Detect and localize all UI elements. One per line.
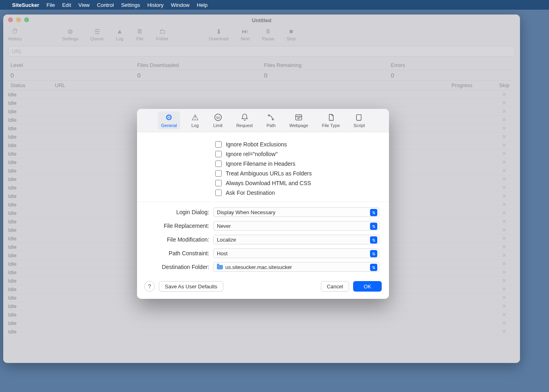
tab-general[interactable]: ⚙General — [158, 111, 180, 129]
dialog-footer: ? Save As User Defaults Cancel OK — [137, 275, 389, 299]
check-ignore-nofollow-label: Ignore rel="nofollow" — [226, 151, 278, 157]
limit-icon: 50 — [214, 113, 223, 122]
menu-control[interactable]: Control — [97, 2, 114, 8]
check-ignore-robot[interactable] — [215, 141, 222, 148]
file-replacement-select[interactable]: Never⇅ — [213, 221, 379, 231]
menu-edit[interactable]: Edit — [62, 2, 71, 8]
path-constraint-value: Host — [217, 250, 228, 256]
tab-log[interactable]: ⚠Log — [187, 111, 203, 129]
script-icon — [355, 113, 364, 122]
check-treat-ambiguous[interactable] — [215, 170, 222, 177]
tab-script-label: Script — [354, 123, 365, 128]
save-defaults-button[interactable]: Save As User Defaults — [159, 281, 223, 292]
svg-rect-4 — [296, 115, 302, 120]
cancel-button[interactable]: Cancel — [321, 281, 349, 292]
check-ignore-filename-label: Ignore Filename in Headers — [226, 161, 295, 167]
chevron-updown-icon: ⇅ — [370, 209, 377, 216]
check-ignore-nofollow[interactable] — [215, 151, 222, 157]
check-ignore-filename[interactable] — [215, 161, 222, 167]
menubar: SiteSucker File Edit View Control Settin… — [0, 0, 549, 10]
ok-button[interactable]: OK — [353, 281, 382, 292]
app-menu[interactable]: SiteSucker — [12, 2, 39, 8]
destination-folder-select[interactable]: us.sitesucker.mac.sitesucker⇅ — [213, 262, 379, 272]
login-dialog-label: Login Dialog: — [147, 209, 209, 215]
chevron-updown-icon: ⇅ — [370, 236, 377, 244]
tab-log-label: Log — [191, 123, 199, 128]
check-ask-destination[interactable] — [215, 190, 222, 196]
menu-file[interactable]: File — [46, 2, 55, 8]
tab-request-label: Request — [236, 123, 253, 128]
file-modification-select[interactable]: Localize⇅ — [213, 235, 379, 244]
tab-file-type-label: File Type — [322, 123, 340, 128]
tab-general-label: General — [161, 123, 177, 128]
gear-icon: ⚙ — [164, 113, 173, 122]
tab-webpage[interactable]: Webpage — [286, 111, 312, 129]
check-always-download-label: Always Download HTML and CSS — [226, 180, 311, 186]
dialog-tabs: ⚙General ⚠Log 50Limit Request Path Webpa… — [137, 109, 389, 132]
menu-view[interactable]: View — [79, 2, 90, 8]
tab-webpage-label: Webpage — [289, 123, 308, 128]
svg-point-2 — [268, 115, 270, 116]
warning-icon: ⚠ — [191, 113, 200, 122]
check-ignore-robot-label: Ignore Robot Exclusions — [226, 141, 287, 148]
login-dialog-value: Display When Necessary — [217, 209, 275, 215]
path-icon — [266, 113, 275, 122]
tab-limit-label: Limit — [213, 123, 223, 128]
menu-settings[interactable]: Settings — [121, 2, 140, 8]
settings-dialog: ⚙General ⚠Log 50Limit Request Path Webpa… — [137, 109, 389, 299]
menu-help[interactable]: Help — [197, 2, 208, 8]
check-treat-ambiguous-label: Treat Ambiguous URLs as Folders — [226, 170, 312, 177]
chevron-updown-icon: ⇅ — [370, 250, 377, 257]
svg-text:50: 50 — [216, 116, 220, 120]
help-button[interactable]: ? — [144, 281, 155, 292]
menu-history[interactable]: History — [147, 2, 163, 8]
path-constraint-label: Path Constraint: — [147, 250, 209, 256]
dialog-body: Ignore Robot Exclusions Ignore rel="nofo… — [137, 132, 389, 275]
file-replacement-label: File Replacement: — [147, 223, 209, 229]
chevron-updown-icon: ⇅ — [370, 223, 377, 230]
svg-point-3 — [272, 119, 274, 120]
tab-path-label: Path — [266, 123, 276, 128]
menu-window[interactable]: Window — [171, 2, 189, 8]
chevron-updown-icon: ⇅ — [370, 264, 377, 271]
destination-folder-value: us.sitesucker.mac.sitesucker — [225, 264, 292, 270]
destination-folder-label: Destination Folder: — [147, 264, 209, 270]
folder-icon — [217, 265, 223, 269]
file-replacement-value: Never — [217, 223, 231, 229]
bell-icon — [240, 113, 249, 122]
file-modification-label: File Modification: — [147, 236, 209, 243]
tab-script[interactable]: Script — [350, 111, 368, 129]
tab-limit[interactable]: 50Limit — [210, 111, 226, 129]
login-dialog-select[interactable]: Display When Necessary⇅ — [213, 207, 379, 217]
check-ask-destination-label: Ask For Destination — [226, 190, 275, 196]
tab-path[interactable]: Path — [263, 111, 279, 129]
path-constraint-select[interactable]: Host⇅ — [213, 248, 379, 258]
webpage-icon — [294, 113, 303, 122]
tab-request[interactable]: Request — [233, 111, 256, 129]
tab-file-type[interactable]: File Type — [319, 111, 343, 129]
check-always-download[interactable] — [215, 180, 222, 186]
document-icon — [326, 113, 335, 122]
file-modification-value: Localize — [217, 237, 236, 243]
